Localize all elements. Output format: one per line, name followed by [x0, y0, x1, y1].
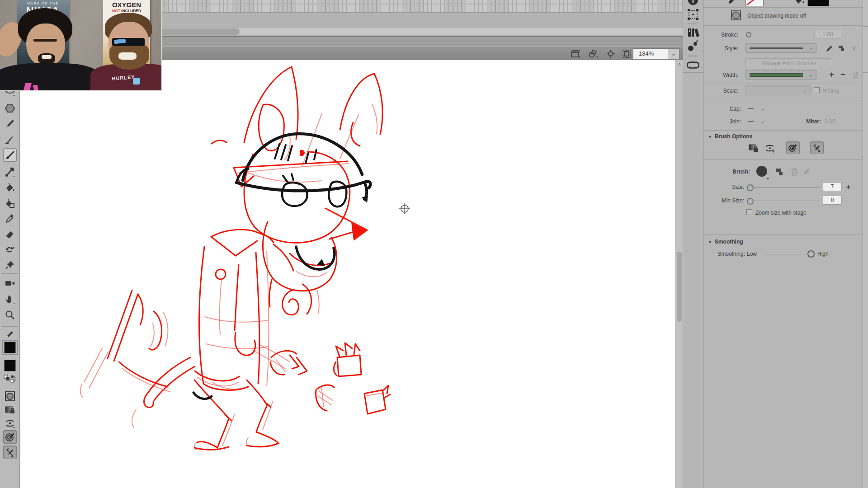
default-and-swap-colors-buttons[interactable] — [3, 374, 17, 384]
stage-sketch — [20, 60, 675, 488]
person-left-brow — [33, 39, 57, 42]
properties-panel: Object drawing mode off Stroke: 1.00 Sty… — [703, 0, 863, 488]
remove-width-profile-icon[interactable]: − — [840, 70, 845, 80]
min-size-slider-handle[interactable] — [747, 198, 754, 205]
edit-symbols-icon[interactable] — [588, 49, 599, 59]
panel-dock-strip — [683, 0, 703, 488]
paint-fills-option-button-active[interactable] — [810, 141, 824, 154]
chevron-down-icon: ⌄ — [809, 71, 813, 78]
hinting-label: Hinting — [822, 88, 854, 94]
object-drawing-mode-toggle[interactable] — [3, 389, 17, 403]
stroke-slider-handle[interactable] — [746, 32, 751, 38]
smoothing-low-label: Low — [747, 251, 761, 257]
canvas-scrollbar-thumb[interactable] — [677, 252, 682, 322]
dock-group-border — [683, 72, 703, 73]
zoom-tool[interactable] — [3, 308, 17, 322]
edit-brush-icon — [803, 167, 811, 177]
eraser-tool[interactable] — [3, 227, 17, 241]
cap-label: Cap: — [703, 106, 741, 112]
stage-canvas[interactable] — [20, 60, 675, 488]
add-size-preset-icon[interactable]: + — [846, 182, 851, 192]
scale-label: Scale: — [703, 88, 738, 94]
stroke-slider-track[interactable] — [746, 35, 810, 35]
scroll-up-arrow-icon[interactable]: ∧ — [676, 61, 683, 67]
scale-dropdown-disabled[interactable]: ⌄ — [745, 85, 811, 95]
smoothing-label: Smoothing: — [703, 251, 745, 257]
size-value-field[interactable]: 7 — [823, 182, 842, 191]
zoom-level-dropdown-button[interactable]: ⌄ — [668, 48, 679, 59]
brush-pressure-option-button[interactable] — [763, 142, 777, 155]
smoothing-slider-track[interactable] — [764, 254, 810, 254]
pencil-tool[interactable] — [3, 117, 17, 131]
brush-library-icon — [850, 44, 858, 54]
transform-panel-icon[interactable] — [687, 8, 699, 21]
properties-panel-icon[interactable] — [687, 0, 699, 6]
polystar-tool[interactable] — [3, 102, 17, 115]
paint-brush-tool[interactable] — [3, 133, 17, 146]
brush-crosshair-cursor — [399, 203, 410, 214]
min-size-label: Min Size: — [703, 197, 744, 204]
stroke-value-field[interactable]: 1.00 — [814, 30, 841, 39]
object-drawing-mode-icon[interactable] — [731, 10, 741, 21]
library-panel-icon[interactable] — [687, 26, 699, 39]
lock-fill-option-button[interactable] — [747, 142, 760, 155]
lock-fill-toggle[interactable] — [3, 404, 17, 417]
paint-fills-only-toggle-active[interactable] — [3, 446, 17, 459]
chevron-down-icon: ⌄ — [809, 45, 813, 51]
miter-value[interactable]: 3.00 — [825, 118, 840, 125]
brush-options-header[interactable]: ▼Brush Options — [708, 133, 752, 140]
manage-paint-brushes-button[interactable]: Manage Paint Brushes — [745, 58, 832, 68]
stroke-color-swatch[interactable] — [4, 342, 16, 353]
edit-scene-icon[interactable] — [571, 49, 581, 59]
pin-tool[interactable] — [3, 258, 17, 272]
brush-label: Brush: — [703, 169, 750, 175]
style-line-preview — [750, 47, 803, 49]
fill-color-black-swatch[interactable] — [807, 0, 829, 6]
size-slider-handle[interactable] — [747, 184, 754, 191]
stroke-color-none-swatch[interactable] — [745, 0, 764, 6]
edit-stroke-style-icon[interactable] — [826, 44, 834, 54]
min-size-slider-track[interactable] — [748, 201, 820, 201]
fill-color-swatch[interactable] — [4, 360, 16, 371]
join-dropdown-chevron[interactable]: ⌄ — [760, 118, 765, 124]
brush-pressure-toggle[interactable] — [3, 417, 17, 430]
brush-tilt-toggle-active[interactable] — [3, 430, 17, 444]
panel-group-grip[interactable] — [688, 23, 698, 24]
zoom-level-input[interactable]: 184% — [633, 48, 668, 59]
ninja-poster-subtitle: MARK OF THE — [17, 2, 69, 5]
brushes-panel-icon[interactable] — [687, 40, 699, 52]
camera-tool[interactable] — [3, 277, 17, 290]
person-left-shirt — [0, 63, 99, 91]
canvas-vertical-scrollbar[interactable]: ∧ — [675, 60, 683, 488]
brush-tilt-option-button-active[interactable] — [786, 141, 800, 154]
new-brush-icon[interactable] — [775, 167, 784, 178]
ink-bottle-tool[interactable] — [3, 197, 17, 210]
width-profile-dropdown[interactable]: ⌄ — [745, 70, 816, 80]
person-right-mouth — [118, 52, 137, 60]
copy-style-icon[interactable] — [837, 44, 845, 54]
smoothing-slider-handle[interactable] — [807, 250, 815, 258]
bone-tool[interactable] — [3, 165, 17, 179]
center-frame-icon[interactable] — [605, 49, 616, 59]
creative-cloud-icon[interactable] — [687, 59, 699, 71]
fluid-brush-tool-selected[interactable] — [3, 148, 17, 162]
reset-width-profile-icon[interactable]: ↺ — [853, 70, 859, 79]
panel-group-grip[interactable] — [688, 55, 698, 57]
collapse-triangle-icon: ▼ — [708, 135, 712, 139]
join-miter-icon: — — [748, 117, 754, 124]
smoothing-header[interactable]: ▼Smoothing — [708, 239, 743, 245]
style-dropdown[interactable]: ⌄ — [745, 43, 816, 53]
size-slider-track[interactable] — [748, 187, 820, 188]
hinting-checkbox[interactable] — [814, 87, 820, 93]
cap-dropdown-chevron[interactable]: ⌄ — [760, 105, 765, 112]
hand-tool[interactable] — [3, 292, 17, 306]
asset-warp-tool[interactable] — [3, 243, 17, 256]
webcam-overlay: MARK OF THE NINJA OXYGEN NOT INCLUDED — [0, 0, 162, 91]
paint-bucket-tool[interactable] — [3, 181, 17, 195]
eyedropper-tool[interactable] — [3, 212, 17, 225]
min-size-value-field[interactable]: 0 — [823, 196, 842, 205]
add-width-profile-icon[interactable]: + — [829, 70, 834, 80]
clip-content-icon[interactable] — [621, 49, 632, 59]
zoom-size-with-stage-checkbox[interactable] — [746, 209, 752, 215]
brush-shape-swatch[interactable] — [756, 165, 769, 182]
